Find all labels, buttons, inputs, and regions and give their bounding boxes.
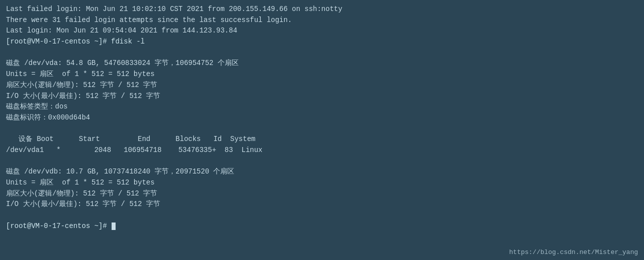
terminal-line: [root@VM-0-17-centos ~]# fdisk -l — [6, 36, 638, 48]
terminal-line: 磁盘标签类型：dos — [6, 102, 638, 112]
terminal-line: 扇区大小(逻辑/物理): 512 字节 / 512 字节 — [6, 80, 638, 91]
terminal-line: 扇区大小(逻辑/物理): 512 字节 / 512 字节 — [6, 188, 638, 200]
terminal-output: Last failed login: Mon Jun 21 10:02:10 C… — [6, 4, 638, 232]
terminal-line: 磁盘 /dev/vdb: 10.7 GB, 10737418240 字节，209… — [6, 166, 638, 178]
terminal-line: [root@VM-0-17-centos ~]# — [6, 221, 638, 232]
terminal-line — [6, 156, 638, 167]
terminal-line: I/O 大小(最小/最佳): 512 字节 / 512 字节 — [6, 91, 638, 102]
watermark: https://blog.csdn.net/Mister_yang — [509, 248, 638, 256]
terminal-line: /dev/vda1 * 2048 106954718 53476335+ 83 … — [6, 145, 638, 156]
terminal-cursor[interactable] — [112, 222, 116, 230]
terminal-line: Last login: Mon Jun 21 09:54:04 2021 fro… — [6, 26, 638, 36]
terminal-line: I/O 大小(最小/最佳): 512 字节 / 512 字节 — [6, 199, 638, 210]
terminal-window: Last failed login: Mon Jun 21 10:02:10 C… — [0, 0, 644, 260]
terminal-line — [6, 210, 638, 221]
terminal-line — [6, 124, 638, 134]
terminal-line: 磁盘标识符：0x000d64b4 — [6, 112, 638, 124]
terminal-line: Units = 扇区 of 1 * 512 = 512 bytes — [6, 178, 638, 188]
terminal-line: 磁盘 /dev/vda: 54.8 GB, 54760833024 字节，106… — [6, 58, 638, 69]
terminal-line: Units = 扇区 of 1 * 512 = 512 bytes — [6, 69, 638, 80]
terminal-line — [6, 48, 638, 58]
terminal-line: 设备 Boot Start End Blocks Id System — [6, 134, 638, 145]
terminal-line: Last failed login: Mon Jun 21 10:02:10 C… — [6, 4, 638, 15]
terminal-line: There were 31 failed login attempts sinc… — [6, 15, 638, 26]
prompt-text: [root@VM-0-17-centos ~]# — [6, 222, 111, 230]
